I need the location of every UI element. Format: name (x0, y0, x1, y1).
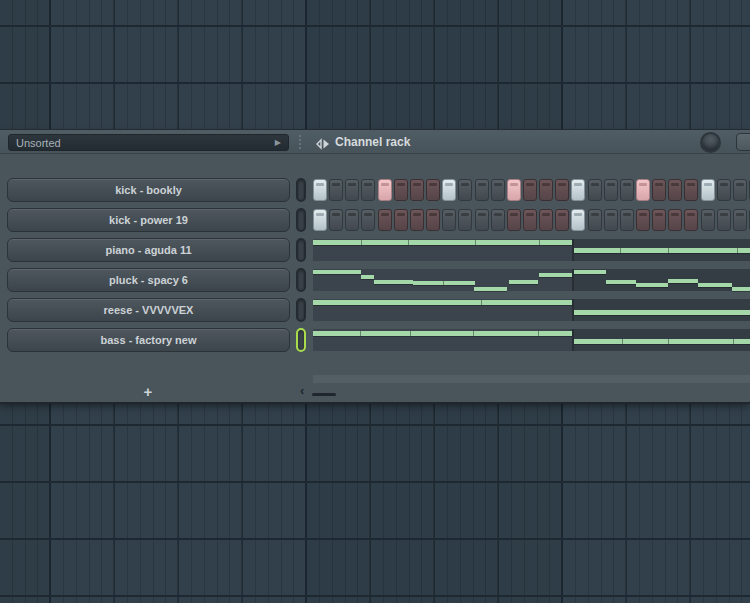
channel-select-indicator[interactable] (296, 178, 306, 202)
step-cell[interactable] (636, 179, 650, 201)
note-bar (474, 287, 507, 291)
step-cell[interactable] (539, 179, 553, 201)
step-cell[interactable] (475, 209, 489, 231)
step-cell[interactable] (620, 209, 634, 231)
header-corner-button[interactable] (736, 133, 750, 151)
step-cell[interactable] (652, 179, 666, 201)
pianoroll-preview[interactable] (313, 329, 750, 351)
zoom-scroll-handle[interactable] (312, 393, 336, 396)
note-bar (698, 283, 732, 287)
channel-select-indicator[interactable] (296, 268, 306, 292)
step-cell[interactable] (668, 209, 682, 231)
step-cell[interactable] (378, 179, 392, 201)
dropdown-arrow-icon: ▶ (275, 138, 281, 147)
note-bar (374, 280, 413, 284)
step-cell[interactable] (588, 209, 602, 231)
channel-button[interactable]: piano - aguda 11 (7, 238, 290, 262)
scroll-chevron-icon[interactable]: ‹ (300, 383, 304, 398)
step-cell[interactable] (636, 209, 650, 231)
horizontal-scrollbar[interactable] (313, 375, 750, 383)
note-bar (313, 300, 572, 305)
channel-rack-window: Unsorted ▶ Channel rack kick - booklykic… (0, 130, 750, 402)
step-cell[interactable] (458, 179, 472, 201)
step-cell[interactable] (345, 179, 359, 201)
step-cell[interactable] (361, 209, 375, 231)
note-separator (668, 248, 669, 253)
note-bar (361, 275, 374, 279)
step-cell[interactable] (507, 179, 521, 201)
note-bar (539, 273, 572, 277)
channel-filter-dropdown[interactable]: Unsorted ▶ (8, 134, 289, 151)
step-cell[interactable] (442, 179, 456, 201)
channel-button[interactable]: bass - factory new (7, 328, 290, 352)
channel-rack-icon (315, 136, 330, 154)
note-bar (313, 270, 361, 274)
window-title: Channel rack (335, 135, 410, 149)
note-separator (538, 331, 539, 336)
channel-button[interactable]: pluck - spacy 6 (7, 268, 290, 292)
step-cell[interactable] (378, 209, 392, 231)
step-cell[interactable] (523, 179, 537, 201)
step-cell[interactable] (410, 209, 424, 231)
step-cell[interactable] (555, 179, 569, 201)
step-cell[interactable] (571, 209, 585, 231)
step-cell[interactable] (394, 179, 408, 201)
step-cell[interactable] (491, 209, 505, 231)
step-cell[interactable] (701, 209, 715, 231)
channel-row: bass - factory new (0, 328, 750, 352)
step-cell[interactable] (620, 179, 634, 201)
pianoroll-preview[interactable] (313, 299, 750, 321)
add-channel-button[interactable]: + (120, 382, 176, 402)
volume-knob[interactable] (700, 132, 721, 153)
step-cell[interactable] (733, 209, 747, 231)
step-cell[interactable] (491, 179, 505, 201)
channel-button[interactable]: kick - power 19 (7, 208, 290, 232)
note-separator (622, 339, 623, 344)
step-cell[interactable] (668, 179, 682, 201)
step-cell[interactable] (701, 179, 715, 201)
note-separator (360, 331, 361, 336)
step-cell[interactable] (313, 209, 327, 231)
step-cell[interactable] (539, 209, 553, 231)
step-cell[interactable] (684, 209, 698, 231)
step-cell[interactable] (313, 179, 327, 201)
step-cell[interactable] (329, 209, 343, 231)
channel-select-indicator[interactable] (296, 238, 306, 262)
step-cell[interactable] (604, 209, 618, 231)
step-cell[interactable] (345, 209, 359, 231)
step-cell[interactable] (652, 209, 666, 231)
pianoroll-preview[interactable] (313, 269, 750, 291)
step-cell[interactable] (571, 179, 585, 201)
step-cell[interactable] (523, 209, 537, 231)
note-separator (737, 248, 738, 253)
note-bar (313, 240, 572, 245)
step-cell[interactable] (733, 179, 747, 201)
step-cell[interactable] (410, 179, 424, 201)
step-cell[interactable] (507, 209, 521, 231)
channel-button[interactable]: kick - bookly (7, 178, 290, 202)
step-cell[interactable] (717, 179, 731, 201)
step-cell[interactable] (604, 179, 618, 201)
step-cell[interactable] (426, 209, 440, 231)
step-cell[interactable] (361, 179, 375, 201)
channel-select-indicator[interactable] (296, 328, 306, 352)
step-cell[interactable] (329, 179, 343, 201)
step-cell[interactable] (717, 209, 731, 231)
step-cell[interactable] (475, 179, 489, 201)
step-cell[interactable] (555, 209, 569, 231)
step-cell[interactable] (442, 209, 456, 231)
step-cell[interactable] (684, 179, 698, 201)
channel-select-indicator[interactable] (296, 208, 306, 232)
note-separator (668, 339, 669, 344)
note-bar (668, 279, 698, 283)
drag-handle-dots-icon[interactable] (299, 135, 301, 149)
channel-filter-label: Unsorted (16, 137, 61, 149)
step-cell[interactable] (458, 209, 472, 231)
step-cell[interactable] (426, 179, 440, 201)
channel-select-indicator[interactable] (296, 298, 306, 322)
note-bar (636, 283, 668, 287)
pianoroll-preview[interactable] (313, 239, 750, 261)
channel-button[interactable]: reese - VVVVVEX (7, 298, 290, 322)
step-cell[interactable] (394, 209, 408, 231)
step-cell[interactable] (588, 179, 602, 201)
